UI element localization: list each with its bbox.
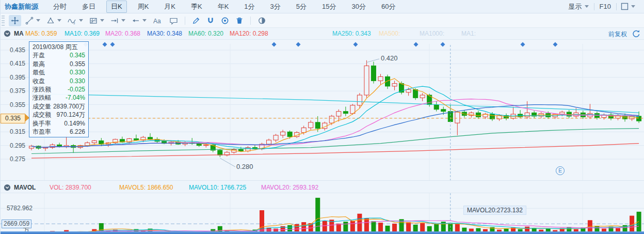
price-tick: 0.275 xyxy=(4,155,25,163)
tooltip-row: 换手率0.149% xyxy=(29,119,88,128)
collapse-mavol-icon[interactable] xyxy=(4,184,11,193)
collapse-ma-icon[interactable] xyxy=(4,30,11,39)
tooltip-row: 成交额970.124万 xyxy=(29,111,88,119)
svg-text:Aa: Aa xyxy=(153,17,161,24)
gridbox-tool-icon[interactable] xyxy=(87,15,106,26)
ma-indicator-bar: MA MA5: 0.359 MA10: 0.369 MA20: 0.368 MA… xyxy=(1,28,644,40)
tab-duori[interactable]: 多日 xyxy=(77,1,100,13)
tab-rik[interactable]: 日K xyxy=(106,1,127,13)
pencil-tool-icon[interactable] xyxy=(190,15,202,26)
window-layout-icon xyxy=(621,3,629,10)
tooltip-row: 开盘0.345 xyxy=(29,51,88,59)
candlestick-canvas[interactable] xyxy=(1,40,644,180)
tab-5min[interactable]: 5分 xyxy=(292,1,311,13)
price-tick: 0.295 xyxy=(4,142,25,149)
tooltip-row: 最高0.355 xyxy=(29,60,88,68)
text-tool-icon[interactable]: Aa xyxy=(151,15,165,26)
tab-1min[interactable]: 1分 xyxy=(239,1,259,13)
extend-line-tool-icon[interactable] xyxy=(108,15,127,26)
chevron-down-icon xyxy=(57,19,61,22)
mavol5-value: MAVOL5: 1866.650 xyxy=(119,184,173,191)
price-tick: 0.315 xyxy=(4,128,25,135)
chevron-down-icon xyxy=(121,19,125,22)
ma-title: MA xyxy=(14,30,24,37)
low-annotation: 0.280 xyxy=(236,163,253,170)
wave-tool-icon[interactable]: 3 xyxy=(66,15,85,26)
move-tool-icon[interactable] xyxy=(9,15,21,26)
polygon-tool-icon[interactable] xyxy=(44,15,63,26)
kline-window: 协鑫新能源 分时 多日 日K 周K 月K 季K 年K 1分 3分 5分 15分 … xyxy=(0,0,644,234)
tab-niank[interactable]: 年K xyxy=(213,1,234,13)
ma120-value: MA120: 0.298 xyxy=(230,30,268,37)
tab-15min[interactable]: 15分 xyxy=(317,1,341,13)
tooltip-row: 成交量2839.700万 xyxy=(29,102,88,111)
mavol10-value: MAVOL10: 1766.725 xyxy=(189,184,246,191)
mavol20-value: MAVOL20: 2593.192 xyxy=(261,184,318,191)
tab-30min[interactable]: 30分 xyxy=(347,1,371,13)
restore-rights-link[interactable]: 前复权 xyxy=(608,30,627,39)
high-annotation: 0.420 xyxy=(381,54,398,62)
ma20-value: MA20: 0.368 xyxy=(105,30,140,37)
event-marker[interactable]: E xyxy=(556,166,565,175)
mavol-indicator-bar: MAVOL VOL: 2839.700 MAVOL5: 1866.650 MAV… xyxy=(1,180,644,193)
chevron-down-icon xyxy=(142,19,147,22)
tooltip-row: 最低0.330 xyxy=(29,68,88,76)
magnet-tool-icon[interactable] xyxy=(204,15,217,26)
current-price-tag: 0.335 xyxy=(1,114,25,123)
trash-tool-icon[interactable] xyxy=(233,15,246,26)
ma250-value: MA250: 0.343 xyxy=(332,30,371,37)
stock-name[interactable]: 协鑫新能源 xyxy=(5,2,38,11)
candle-tooltip: 2019/03/08 周五 开盘0.345 最高0.355 最低0.330 收盘… xyxy=(29,41,89,137)
tab-3min[interactable]: 3分 xyxy=(266,1,285,13)
horizontal-scrollbar[interactable] xyxy=(1,231,644,234)
tab-yuek[interactable]: 月K xyxy=(159,1,180,13)
ma30-value: MA30: 0.348 xyxy=(147,30,182,37)
ma1000-value: MA1000: xyxy=(420,30,444,37)
f10-button[interactable]: F10 xyxy=(594,3,616,10)
price-tick: 0.395 xyxy=(4,74,25,81)
undo-icon[interactable] xyxy=(632,29,640,39)
price-tick: 0.435 xyxy=(4,46,25,54)
ma60-value: MA60: 0.320 xyxy=(188,30,223,37)
period-toolbar: 协鑫新能源 分时 多日 日K 周K 月K 季K 年K 1分 3分 5分 15分 … xyxy=(1,0,644,13)
target-tool-icon[interactable] xyxy=(219,15,231,26)
price-tick: 0.355 xyxy=(4,101,25,108)
mavol-title: MAVOL xyxy=(14,184,36,191)
chevron-down-icon xyxy=(79,19,83,22)
comment-tool-icon[interactable] xyxy=(167,15,180,26)
svg-text:3: 3 xyxy=(73,22,75,25)
tab-zhouk[interactable]: 周K xyxy=(133,1,154,13)
tab-jik[interactable]: 季K xyxy=(186,1,207,13)
tooltip-row: 涨跌额-0.025 xyxy=(29,85,88,93)
tooltip-date: 2019/03/08 周五 xyxy=(29,43,88,51)
ma500-value: MA500: xyxy=(379,30,400,37)
vol-axis-top: 5782.962 xyxy=(3,205,33,212)
mavol-tooltip: MAVOL20:2723.132 xyxy=(463,206,526,215)
vol-value: VOL: 2839.700 xyxy=(50,184,91,191)
price-tick: 0.415 xyxy=(4,60,25,67)
tooltip-row: 市盈率6.226 xyxy=(29,128,88,136)
volume-chart[interactable]: 5782.962 2669.059 万 MAVOL20:2723.132 xyxy=(1,193,644,231)
arrow-tool-icon[interactable] xyxy=(130,15,149,26)
drawing-toolbar: 3 Aa xyxy=(1,13,644,28)
tooltip-row: 收盘0.330 xyxy=(29,77,88,85)
price-tick: 0.375 xyxy=(4,87,25,95)
chevron-down-icon xyxy=(36,19,40,22)
ma10-value: MA10: 0.369 xyxy=(65,30,100,37)
tooltip-row: 涨跌幅-7.04% xyxy=(29,93,88,102)
tab-60min[interactable]: 60分 xyxy=(377,1,400,13)
main-chart[interactable]: 0.4350.4150.3950.3750.3550.3350.3150.295… xyxy=(1,40,644,180)
display-menu[interactable]: 显示 xyxy=(564,2,594,11)
ma1-value: MA1: xyxy=(461,30,476,37)
chevron-down-icon xyxy=(100,19,104,22)
toolbar-grip-handle[interactable] xyxy=(2,15,6,26)
volume-canvas[interactable] xyxy=(1,193,644,231)
trendline-tool-icon[interactable] xyxy=(23,15,42,26)
chevron-down-icon xyxy=(585,5,589,8)
contrast-toggle-icon[interactable] xyxy=(255,15,268,26)
ma5-value: MA5: 0.359 xyxy=(25,30,57,37)
tab-fenshi[interactable]: 分时 xyxy=(49,1,71,13)
layout-button[interactable] xyxy=(617,3,639,10)
chevron-down-icon xyxy=(631,5,635,8)
